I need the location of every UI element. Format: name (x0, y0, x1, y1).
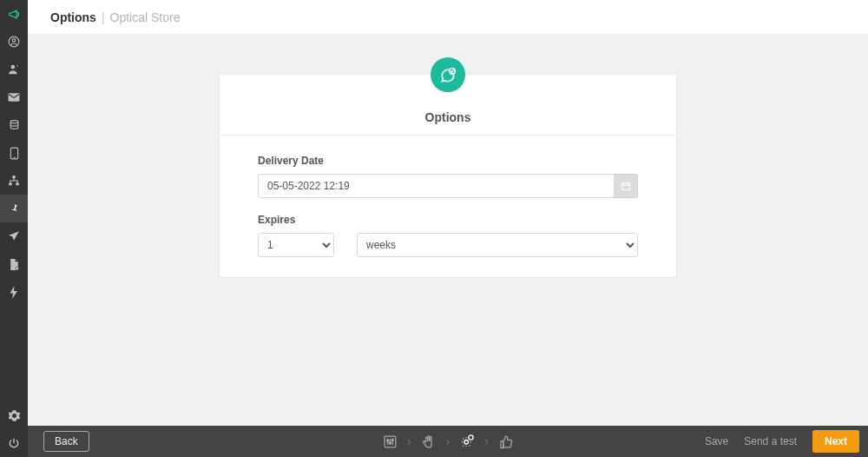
main-area: Options Delivery Date Expires 1 weeks (28, 35, 868, 426)
page-title: Options (50, 10, 96, 24)
sidebar-item-push[interactable] (0, 195, 28, 222)
sitemap-icon (8, 175, 20, 187)
step-options[interactable] (458, 433, 476, 450)
sidebar-top (0, 0, 28, 401)
sidebar-item-database[interactable] (0, 111, 28, 139)
bolt-icon (9, 286, 19, 299)
send-test-link[interactable]: Send a test (744, 435, 797, 447)
sidebar-item-settings[interactable] (0, 401, 28, 429)
footer: Back › › › Save Send a test Next (28, 426, 868, 457)
database-icon (9, 119, 20, 131)
step-chevron-2: › (446, 434, 450, 448)
delivery-row (258, 174, 638, 198)
svg-point-1 (12, 39, 16, 43)
svg-rect-7 (12, 176, 16, 178)
svg-point-23 (464, 440, 469, 445)
paper-plane-icon (8, 230, 20, 242)
card-body: Delivery Date Expires 1 weeks (220, 136, 676, 276)
user-circle-icon (8, 36, 20, 48)
svg-rect-12 (621, 183, 629, 190)
hand-icon (421, 434, 436, 449)
sidebar-item-mobile[interactable] (0, 139, 28, 167)
expires-number-select[interactable]: 1 (258, 233, 334, 257)
chat-check-icon (439, 66, 457, 83)
svg-rect-8 (9, 182, 11, 185)
svg-rect-25 (501, 440, 503, 447)
svg-point-2 (11, 65, 16, 70)
next-button[interactable]: Next (812, 430, 859, 453)
calendar-icon (621, 181, 631, 191)
svg-point-22 (391, 439, 393, 440)
options-card: Options Delivery Date Expires 1 weeks (219, 74, 677, 278)
step-confirm[interactable] (497, 433, 515, 450)
step-settings[interactable] (381, 433, 398, 450)
power-icon (8, 437, 20, 449)
calendar-button[interactable] (614, 174, 638, 198)
gear-icon (8, 409, 21, 422)
header-separator: | (96, 10, 110, 24)
sidebar-item-bolt[interactable] (0, 278, 28, 306)
wizard-steps: › › › (381, 433, 515, 450)
card-title: Options (220, 110, 676, 124)
sidebar-bottom (0, 401, 28, 457)
thumbs-up-icon (499, 434, 514, 449)
mobile-icon (10, 147, 19, 160)
sliders-icon (382, 434, 397, 449)
header: Options | Optical Store (28, 0, 868, 35)
svg-point-21 (389, 441, 391, 443)
delivery-date-label: Delivery Date (258, 155, 638, 167)
delivery-date-input[interactable] (258, 174, 616, 198)
svg-point-24 (469, 435, 473, 440)
sidebar-item-power[interactable] (0, 429, 28, 457)
back-button[interactable]: Back (43, 431, 89, 452)
person-add-icon (8, 63, 20, 76)
expires-row: 1 weeks (258, 233, 638, 257)
sidebar (0, 0, 28, 457)
envelope-icon (8, 92, 20, 103)
sidebar-item-send[interactable] (0, 222, 28, 250)
gear-badge-icon (459, 434, 475, 449)
card-head: Options (220, 75, 676, 136)
save-link[interactable]: Save (705, 435, 728, 447)
svg-rect-9 (16, 182, 19, 185)
sidebar-item-contacts[interactable] (0, 56, 28, 83)
expires-unit-select[interactable]: weeks (357, 233, 638, 257)
svg-point-10 (15, 266, 18, 269)
footer-right: Save Send a test Next (705, 430, 859, 453)
step-chevron-1: › (407, 434, 411, 448)
card-badge (431, 57, 465, 92)
sidebar-item-files[interactable] (0, 250, 28, 278)
svg-point-20 (386, 440, 388, 441)
sidebar-item-network[interactable] (0, 167, 28, 195)
sidebar-item-announce[interactable] (0, 0, 28, 28)
svg-point-4 (10, 121, 18, 123)
megaphone-icon (8, 8, 21, 21)
sidebar-item-email[interactable] (0, 83, 28, 111)
pushpin-icon (8, 202, 20, 215)
sidebar-item-profile[interactable] (0, 28, 28, 56)
expires-label: Expires (258, 214, 638, 226)
page-subtitle: Optical Store (110, 10, 181, 24)
step-chevron-3: › (484, 434, 489, 448)
file-icon (9, 258, 20, 271)
step-content[interactable] (420, 433, 437, 450)
